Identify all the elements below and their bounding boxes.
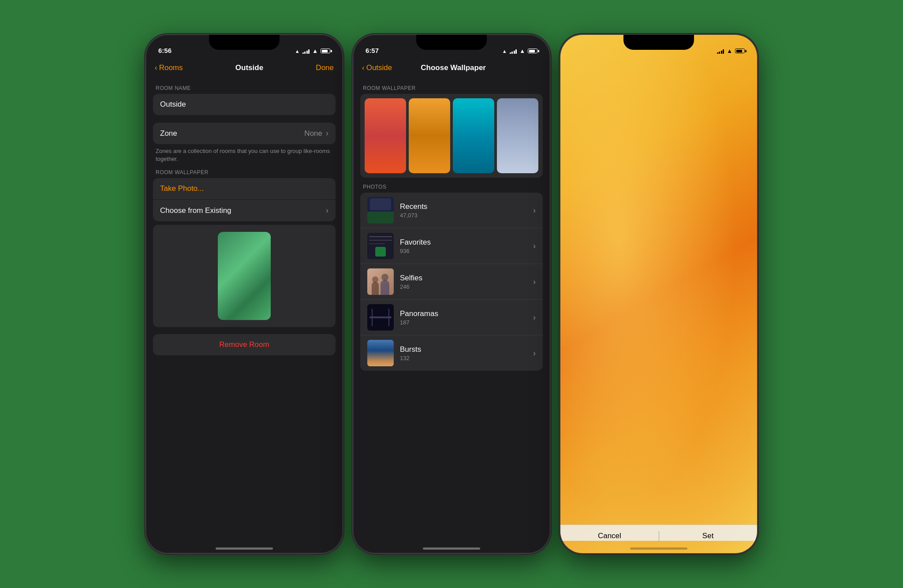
- recents-name: Recents: [400, 202, 527, 211]
- remove-room-label: Remove Room: [219, 340, 269, 349]
- zone-label: Zone: [160, 129, 177, 138]
- signal-icon: [510, 48, 517, 54]
- chevron-left-icon: ‹: [362, 63, 365, 72]
- panoramas-name: Panoramas: [400, 309, 527, 318]
- nav-back-button[interactable]: ‹ Rooms: [155, 63, 183, 72]
- wallpaper-thumb-teal[interactable]: [453, 98, 494, 173]
- wallpaper-thumb-gold[interactable]: [409, 98, 450, 173]
- favorites-thumbnail: [367, 233, 394, 259]
- done-button[interactable]: Done: [316, 63, 334, 72]
- phone-room-settings: 6:56 ▲ ▲ ‹ Rooms Outside: [145, 34, 343, 554]
- panoramas-thumbnail: [367, 304, 394, 331]
- location-icon: ▲: [295, 48, 300, 54]
- panoramas-count: 187: [400, 319, 527, 326]
- recents-count: 47,073: [400, 212, 527, 219]
- zone-hint: Zones are a collection of rooms that you…: [146, 145, 343, 163]
- zone-row[interactable]: Zone None: [153, 123, 336, 144]
- choose-existing-chevron-icon: [326, 206, 328, 215]
- recents-thumbnail: [367, 197, 394, 223]
- photo-item-bursts[interactable]: Bursts 132: [360, 335, 543, 371]
- set-button[interactable]: Set: [659, 532, 757, 540]
- battery-icon: [735, 48, 745, 53]
- room-name-label: ROOM NAME: [146, 79, 343, 94]
- recents-info: Recents 47,073: [400, 202, 527, 219]
- selfies-count: 246: [400, 283, 527, 290]
- status-time: 6:57: [366, 47, 379, 54]
- cancel-button[interactable]: Cancel: [560, 532, 659, 540]
- home-indicator: [216, 547, 273, 550]
- choose-existing-label: Choose from Existing: [160, 206, 231, 215]
- photos-section-label: PHOTOS: [353, 178, 550, 193]
- panoramas-chevron-icon: [533, 313, 536, 322]
- choose-existing-button[interactable]: Choose from Existing: [153, 200, 336, 221]
- location-icon: ▲: [502, 48, 507, 54]
- favorites-count: 936: [400, 248, 527, 254]
- bursts-chevron-icon: [533, 349, 536, 358]
- remove-room-button[interactable]: Remove Room: [153, 334, 336, 355]
- phone-choose-wallpaper: 6:57 ▲ ▲ ‹ Outside Choose W: [352, 34, 551, 554]
- room-name-value[interactable]: Outside: [160, 100, 186, 109]
- take-photo-button[interactable]: Take Photo...: [153, 178, 336, 199]
- home-indicator: [423, 547, 480, 550]
- selfies-info: Selfies 246: [400, 274, 527, 290]
- nav-title: Choose Wallpaper: [421, 63, 486, 72]
- selfies-name: Selfies: [400, 274, 527, 283]
- photos-list: Recents 47,073 Favorites 936: [360, 193, 543, 371]
- nav-title: Outside: [235, 63, 263, 72]
- signal-icon: [717, 48, 724, 54]
- notch: [209, 35, 280, 50]
- status-icons: ▲ ▲: [295, 48, 330, 54]
- wallpaper-preview-container: [153, 225, 336, 327]
- wallpaper-section-label: ROOM WALLPAPER: [146, 163, 343, 178]
- current-wallpaper-preview: [218, 232, 271, 320]
- selfies-chevron-icon: [533, 277, 536, 287]
- photo-item-recents[interactable]: Recents 47,073: [360, 193, 543, 228]
- favorites-info: Favorites 936: [400, 238, 527, 254]
- wifi-icon: ▲: [727, 48, 732, 54]
- wallpaper-thumb-gray[interactable]: [497, 98, 538, 173]
- status-icons: ▲: [717, 48, 745, 54]
- photo-item-panoramas[interactable]: Panoramas 187: [360, 300, 543, 335]
- battery-icon: [321, 48, 330, 53]
- panoramas-info: Panoramas 187: [400, 309, 527, 326]
- zone-chevron-icon: [326, 129, 328, 138]
- nav-bar: ‹ Outside Choose Wallpaper: [353, 57, 550, 79]
- photo-item-selfies[interactable]: Selfies 246: [360, 264, 543, 300]
- battery-icon: [528, 48, 537, 53]
- wallpaper-grid: [365, 98, 538, 173]
- room-name-field[interactable]: Outside: [153, 94, 336, 115]
- nav-bar: ‹ Rooms Outside Done: [146, 57, 343, 79]
- bursts-thumbnail: [367, 340, 394, 366]
- home-indicator: [630, 547, 687, 550]
- recents-chevron-icon: [533, 206, 536, 215]
- room-wallpaper-section-label: ROOM WALLPAPER: [353, 79, 550, 94]
- chevron-left-icon: ‹: [155, 63, 157, 72]
- phone-wallpaper-preview: ▲ Cancel Set: [560, 34, 758, 554]
- wifi-icon: ▲: [312, 48, 318, 54]
- wifi-icon: ▲: [519, 48, 525, 54]
- take-photo-label: Take Photo...: [160, 184, 204, 193]
- notch: [623, 35, 694, 50]
- favorites-name: Favorites: [400, 238, 527, 247]
- signal-icon: [302, 48, 310, 54]
- bursts-info: Bursts 132: [400, 345, 527, 361]
- notch: [416, 35, 487, 50]
- photo-item-favorites[interactable]: Favorites 936: [360, 228, 543, 264]
- status-time: 6:56: [158, 47, 172, 54]
- status-icons: ▲ ▲: [502, 48, 537, 54]
- nav-back-button[interactable]: ‹ Outside: [362, 63, 392, 72]
- favorites-chevron-icon: [533, 242, 536, 251]
- bursts-count: 132: [400, 355, 527, 361]
- zone-value: None: [304, 129, 322, 138]
- bursts-name: Bursts: [400, 345, 527, 354]
- wallpaper-thumb-red[interactable]: [365, 98, 406, 173]
- selfies-thumbnail: [367, 268, 394, 295]
